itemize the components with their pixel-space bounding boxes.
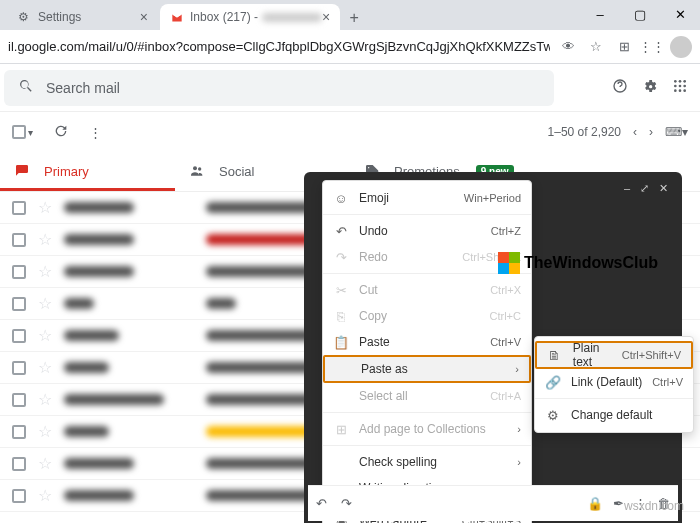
browser-tab-inbox[interactable]: Inbox (217) - ×	[160, 4, 340, 30]
checkbox[interactable]	[12, 457, 26, 471]
browser-tab-settings[interactable]: ⚙ Settings ×	[8, 4, 158, 30]
star-icon[interactable]: ☆	[38, 454, 52, 473]
checkbox[interactable]	[12, 393, 26, 407]
settings-gear-icon[interactable]	[642, 78, 658, 97]
close-window-button[interactable]: ✕	[660, 0, 700, 28]
extensions-icon[interactable]: ⋮⋮	[642, 37, 662, 57]
ctx-label: Emoji	[359, 191, 389, 205]
checkbox[interactable]	[12, 489, 26, 503]
window-controls: – ▢ ✕	[580, 0, 700, 28]
star-icon[interactable]: ☆	[38, 422, 52, 441]
search-icon	[18, 78, 34, 97]
watermark-url: wsxdn.com	[624, 499, 684, 513]
gmail-icon	[170, 10, 184, 24]
close-icon[interactable]: ×	[322, 9, 330, 25]
ctx-undo[interactable]: ↶UndoCtrl+Z	[323, 218, 531, 244]
redacted-sender	[64, 458, 134, 469]
apps-grid-icon[interactable]	[672, 78, 688, 97]
star-icon[interactable]: ☆	[38, 230, 52, 249]
chevron-right-icon: ›	[517, 423, 521, 435]
checkbox[interactable]	[12, 201, 26, 215]
chevron-right-icon: ›	[517, 456, 521, 468]
separator	[323, 445, 531, 446]
prev-page-icon[interactable]: ‹	[633, 125, 637, 139]
signature-icon[interactable]: ✒	[613, 496, 624, 511]
confidential-icon[interactable]: 🔒	[587, 496, 603, 511]
window-titlebar: ⚙ Settings × Inbox (217) - × + – ▢ ✕	[0, 0, 700, 30]
close-icon[interactable]: ×	[140, 9, 148, 25]
checkbox[interactable]	[12, 329, 26, 343]
submenu-plain-text[interactable]: 🗎Plain textCtrl+Shift+V	[535, 341, 693, 369]
collections-icon[interactable]: ⊞	[614, 37, 634, 57]
redacted-subject	[206, 330, 316, 341]
mail-toolbar: ▾ ⋮ 1–50 of 2,920 ‹ › ⌨▾	[0, 112, 700, 152]
profile-avatar[interactable]	[670, 36, 692, 58]
star-icon[interactable]: ☆	[38, 358, 52, 377]
redacted-sender	[64, 234, 134, 245]
ctx-select-all: Select allCtrl+A	[323, 383, 531, 409]
star-icon[interactable]: ☆	[38, 390, 52, 409]
ctx-label: Cut	[359, 283, 378, 297]
redacted-subject	[206, 266, 316, 277]
checkbox[interactable]	[12, 425, 26, 439]
windows-flag-icon	[498, 252, 520, 274]
ctx-paste-as[interactable]: Paste as›	[323, 355, 531, 383]
inbox-icon	[14, 163, 32, 181]
checkbox[interactable]	[12, 297, 26, 311]
reader-icon[interactable]: 👁	[558, 37, 578, 57]
svg-point-6	[683, 85, 686, 88]
collections-icon: ⊞	[333, 422, 349, 437]
star-icon[interactable]: ☆	[38, 262, 52, 281]
minimize-icon[interactable]: –	[624, 182, 630, 194]
checkbox[interactable]	[12, 361, 26, 375]
more-icon[interactable]: ⋮	[89, 125, 102, 140]
help-icon[interactable]	[612, 78, 628, 97]
submenu-change-default[interactable]: ⚙Change default	[535, 402, 693, 428]
address-bar: il.google.com/mail/u/0/#inbox?compose=Cl…	[0, 30, 700, 64]
shortcut-text: Ctrl+C	[490, 310, 521, 322]
new-tab-button[interactable]: +	[342, 6, 366, 30]
ctx-cut: ✂CutCtrl+X	[323, 277, 531, 303]
checkbox[interactable]	[12, 233, 26, 247]
link-icon: 🔗	[545, 375, 561, 390]
select-all-checkbox[interactable]: ▾	[12, 125, 33, 139]
redacted-subject	[206, 490, 316, 501]
maximize-button[interactable]: ▢	[620, 0, 660, 28]
redacted-subject	[206, 426, 316, 437]
redacted-sender	[64, 298, 94, 309]
favorite-icon[interactable]: ☆	[586, 37, 606, 57]
ctx-label: Select all	[359, 389, 408, 403]
redo-icon[interactable]: ↷	[341, 496, 352, 511]
svg-point-2	[679, 80, 682, 83]
star-icon[interactable]: ☆	[38, 294, 52, 313]
expand-icon[interactable]: ⤢	[640, 182, 649, 195]
gear-icon: ⚙	[18, 10, 32, 24]
url-text[interactable]: il.google.com/mail/u/0/#inbox?compose=Cl…	[8, 39, 550, 54]
next-page-icon[interactable]: ›	[649, 125, 653, 139]
star-icon[interactable]: ☆	[38, 486, 52, 505]
tab-primary[interactable]: Primary	[0, 152, 175, 191]
refresh-icon[interactable]	[53, 123, 69, 142]
ctx-emoji[interactable]: ☺EmojiWin+Period	[323, 185, 531, 211]
input-tools-icon[interactable]: ⌨▾	[665, 125, 688, 139]
star-icon[interactable]: ☆	[38, 198, 52, 217]
ctx-spelling[interactable]: Check spelling›	[323, 449, 531, 475]
undo-icon[interactable]: ↶	[316, 496, 327, 511]
ctx-label: Plain text	[573, 341, 622, 369]
ctx-label: Copy	[359, 309, 387, 323]
tab-label: Social	[219, 164, 254, 179]
minimize-button[interactable]: –	[580, 0, 620, 28]
search-input[interactable]: Search mail	[4, 70, 554, 106]
close-icon[interactable]: ✕	[659, 182, 668, 195]
ctx-paste[interactable]: 📋PasteCtrl+V	[323, 329, 531, 355]
svg-point-8	[679, 89, 682, 92]
copy-icon: ⎘	[333, 309, 349, 324]
shortcut-text: Ctrl+Z	[491, 225, 521, 237]
compose-toolbar: ↶ ↷ 🔒 ✒ ⋮ 🗑	[308, 485, 678, 521]
ctx-add-collections: ⊞Add page to Collections›	[323, 416, 531, 442]
paste-icon: 📋	[333, 335, 349, 350]
checkbox[interactable]	[12, 265, 26, 279]
submenu-link[interactable]: 🔗Link (Default)Ctrl+V	[535, 369, 693, 395]
svg-point-1	[674, 80, 677, 83]
star-icon[interactable]: ☆	[38, 326, 52, 345]
